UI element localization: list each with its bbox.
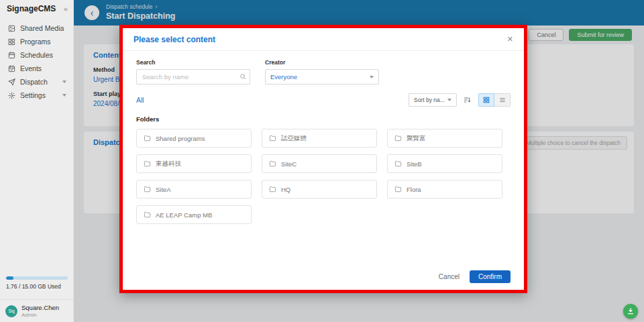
creator-label: Creator	[265, 59, 379, 66]
sidebar-item-label: Shared Media	[20, 24, 64, 32]
sidebar-item-label: Events	[20, 64, 42, 72]
sort-order-icon	[464, 96, 472, 104]
sidebar-item-schedules[interactable]: Schedules	[0, 48, 73, 62]
folder-icon	[269, 160, 276, 168]
content-select-modal: Please select content ✕ Search Creator E…	[119, 25, 527, 293]
folder-card[interactable]: Flora	[387, 180, 502, 199]
close-icon[interactable]: ✕	[507, 35, 513, 44]
sidebar: SignageCMS « Shared Media Programs Sched…	[0, 0, 74, 322]
folder-name: HQ	[281, 186, 290, 193]
folder-name: 東越科技	[156, 160, 181, 168]
view-toggle	[478, 93, 511, 107]
folder-name: Shared programs	[156, 135, 205, 142]
sort-select-value: Sort by na...	[414, 97, 445, 103]
folder-name: SiteB	[407, 160, 422, 168]
modal-toolbar: All Sort by na...	[136, 93, 511, 107]
download-icon	[627, 307, 635, 315]
image-icon	[8, 25, 15, 32]
folder-card[interactable]: 聚賢富	[387, 129, 502, 148]
folder-card[interactable]: AE LEAP Camp MB	[136, 205, 252, 224]
folder-card[interactable]: 東越科技	[136, 154, 252, 173]
sidebar-item-label: Dispatch	[20, 78, 48, 86]
sidebar-item-programs[interactable]: Programs	[0, 35, 73, 48]
folder-icon	[269, 135, 276, 142]
grid-view-button[interactable]	[478, 93, 494, 107]
folder-icon	[144, 135, 151, 142]
creator-select[interactable]: Everyone	[265, 69, 379, 85]
sort-select[interactable]: Sort by na...	[409, 93, 457, 107]
storage-indicator: 1.76 / 15.00 GB Used	[6, 276, 68, 290]
storage-bar-fill	[6, 276, 13, 280]
search-icon	[239, 73, 246, 80]
grid-view-icon	[483, 97, 490, 103]
modal-footer: Cancel Confirm	[439, 270, 511, 283]
app-title: SignageCMS	[7, 4, 56, 13]
sidebar-item-label: Settings	[20, 91, 46, 99]
gear-icon	[8, 92, 15, 99]
folder-card[interactable]: HQ	[262, 180, 377, 199]
folders-label: Folders	[136, 115, 511, 123]
app-window: SignageCMS « Shared Media Programs Sched…	[0, 0, 644, 322]
folder-card[interactable]: Shared programs	[136, 129, 252, 148]
send-icon	[8, 78, 15, 86]
modal-cancel-button[interactable]: Cancel	[439, 273, 460, 280]
folder-icon	[394, 160, 402, 168]
sidebar-item-dispatch[interactable]: Dispatch	[0, 75, 73, 89]
folder-name: AE LEAP Camp MB	[156, 211, 212, 219]
sidebar-item-settings[interactable]: Settings	[0, 89, 73, 102]
folder-icon	[269, 186, 276, 193]
folder-name: SiteC	[281, 160, 297, 168]
user-profile[interactable]: Sq Square.Chen Admin	[0, 299, 74, 322]
calendar-check-icon	[8, 65, 15, 72]
sidebar-item-events[interactable]: Events	[0, 62, 73, 75]
folder-card[interactable]: SiteA	[136, 180, 252, 199]
modal-title: Please select content	[133, 35, 215, 44]
list-view-icon	[499, 97, 506, 103]
sort-order-button[interactable]	[461, 93, 474, 107]
sidebar-item-label: Programs	[20, 38, 51, 46]
folder-card[interactable]: 誌亞媒體	[262, 129, 377, 148]
folder-icon	[394, 135, 402, 142]
chevron-down-icon	[62, 80, 66, 83]
sidebar-item-label: Schedules	[20, 51, 53, 59]
confirm-button[interactable]: Confirm	[470, 270, 511, 283]
folder-name: SiteA	[156, 186, 171, 193]
folder-name: 聚賢富	[407, 134, 426, 143]
avatar: Sq	[5, 305, 17, 317]
user-role: Admin	[21, 312, 59, 318]
folder-name: Flora	[407, 186, 421, 193]
modal-header: Please select content ✕	[123, 28, 524, 51]
user-name: Square.Chen	[21, 304, 59, 311]
search-label: Search	[136, 59, 250, 66]
list-view-button[interactable]	[494, 93, 511, 107]
storage-text: 1.76 / 15.00 GB Used	[6, 283, 68, 290]
chevron-down-icon	[447, 99, 451, 101]
modal-body: Search Creator Everyone All	[123, 51, 524, 290]
download-fab[interactable]	[623, 304, 638, 319]
calendar-icon	[8, 52, 15, 59]
folder-grid: Shared programs 誌亞媒體 聚賢富 東越科技 SiteC	[136, 129, 511, 224]
grid-icon	[8, 38, 15, 46]
folder-icon	[144, 211, 151, 219]
sidebar-collapse-icon[interactable]: «	[64, 5, 68, 13]
folder-icon	[144, 160, 151, 168]
search-input[interactable]	[136, 69, 250, 85]
folder-card[interactable]: SiteB	[387, 154, 502, 173]
tab-all[interactable]: All	[136, 96, 144, 104]
folder-icon	[144, 186, 151, 193]
creator-select-value: Everyone	[270, 73, 297, 80]
chevron-down-icon	[62, 94, 66, 97]
sidebar-menu: Shared Media Programs Schedules Events D…	[0, 21, 73, 102]
folder-card[interactable]: SiteC	[262, 154, 377, 173]
folder-name: 誌亞媒體	[281, 134, 307, 143]
chevron-down-icon	[370, 76, 374, 78]
sidebar-item-shared-media[interactable]: Shared Media	[0, 21, 73, 35]
folder-icon	[394, 186, 402, 193]
storage-bar	[6, 276, 68, 280]
